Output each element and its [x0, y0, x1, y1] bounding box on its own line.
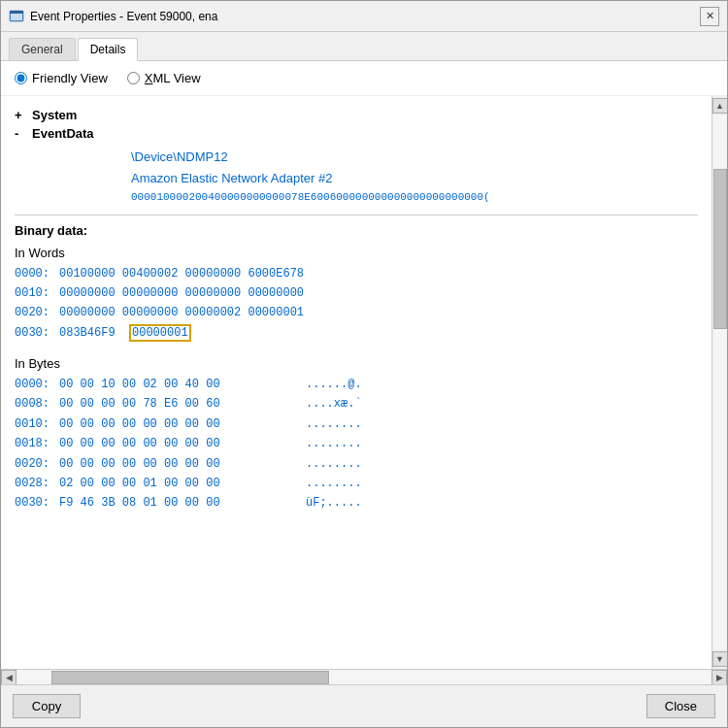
hex-bytes-line-3: 0018: 00 00 00 00 00 00 00 00 ........	[15, 434, 698, 453]
tab-details[interactable]: Details	[78, 38, 139, 61]
svg-rect-2	[10, 11, 23, 14]
friendly-view-radio[interactable]: Friendly View	[15, 71, 108, 85]
hex-bytes-line-6: 0030: F9 46 3B 08 01 00 00 00 ùF;.....	[15, 493, 698, 513]
copy-button[interactable]: Copy	[13, 694, 81, 718]
window-title: Event Properties - Event 59000, ena	[30, 10, 217, 23]
eventdata-tree-item[interactable]: - EventData	[15, 124, 698, 143]
hex-bytes-line-0: 0000: 00 00 10 00 02 00 40 00 ......@.	[15, 375, 698, 394]
close-window-button[interactable]: ✕	[700, 7, 719, 26]
in-words-label: In Words	[15, 246, 698, 260]
eventdata-label: EventData	[32, 126, 94, 141]
event-properties-window: Event Properties - Event 59000, ena ✕ Ge…	[0, 0, 728, 728]
hex-words-line-0: 0000: 00100000 00400002 00000000 6000E67…	[15, 264, 698, 283]
scroll-down-button[interactable]: ▼	[712, 651, 728, 667]
title-bar: Event Properties - Event 59000, ena ✕	[1, 1, 727, 32]
hex-words-line-3: 0030: 083B46F9 00000001	[15, 323, 698, 343]
scroll-left-button[interactable]: ◀	[1, 670, 17, 685]
system-label: System	[32, 108, 77, 122]
eventdata-values: \Device\NDMP12 Amazon Elastic Network Ad…	[131, 147, 698, 207]
scroll-up-button[interactable]: ▲	[712, 98, 728, 114]
content-area: + System - EventData \Device\NDMP12 Amaz…	[1, 96, 727, 669]
vertical-scrollbar[interactable]: ▲ ▼	[711, 96, 727, 669]
main-scroll-pane[interactable]: + System - EventData \Device\NDMP12 Amaz…	[1, 96, 711, 669]
view-radio-bar: Friendly View XML View	[1, 61, 727, 96]
scroll-track-vertical[interactable]	[713, 116, 727, 649]
scroll-right-button[interactable]: ▶	[711, 670, 727, 685]
svg-rect-1	[11, 14, 22, 20]
scroll-thumb-horizontal[interactable]	[51, 671, 329, 684]
binary-data-label: Binary data:	[15, 223, 698, 238]
data-row-hex: 000010000200400000000000078E600600000000…	[131, 188, 698, 207]
data-row-device: \Device\NDMP12	[131, 147, 698, 168]
eventdata-toggle[interactable]: -	[15, 126, 26, 141]
hex-highlighted-value: 00000001	[129, 324, 191, 342]
horizontal-scrollbar[interactable]: ◀ ▶	[1, 669, 727, 684]
in-bytes-label: In Bytes	[15, 356, 698, 371]
window-icon	[9, 9, 24, 24]
hex-bytes-line-2: 0010: 00 00 00 00 00 00 00 00 ........	[15, 414, 698, 434]
footer: Copy Close	[1, 684, 727, 727]
hex-bytes-line-4: 0020: 00 00 00 00 00 00 00 00 ........	[15, 454, 698, 474]
hex-words-line-2: 0020: 00000000 00000000 00000002 0000000…	[15, 303, 698, 322]
title-bar-left: Event Properties - Event 59000, ena	[9, 9, 217, 24]
scroll-track-horizontal[interactable]	[17, 671, 711, 684]
close-button[interactable]: Close	[646, 694, 715, 718]
tab-bar: General Details	[1, 32, 727, 61]
scroll-thumb-vertical[interactable]	[713, 169, 727, 329]
hex-bytes-line-5: 0028: 02 00 00 00 01 00 00 00 ........	[15, 474, 698, 493]
hex-bytes-line-1: 0008: 00 00 00 00 78 E6 00 60 ....xæ.`	[15, 394, 698, 414]
section-divider	[15, 215, 698, 215]
hex-words-block: 0000: 00100000 00400002 00000000 6000E67…	[15, 264, 698, 344]
xml-view-radio[interactable]: XML View	[127, 71, 201, 85]
system-toggle[interactable]: +	[15, 108, 26, 122]
system-tree-item[interactable]: + System	[15, 106, 698, 124]
hex-bytes-block: 0000: 00 00 10 00 02 00 40 00 ......@. 0…	[15, 375, 698, 513]
hex-words-line-1: 0010: 00000000 00000000 00000000 0000000…	[15, 283, 698, 303]
tab-general[interactable]: General	[9, 38, 76, 60]
data-row-adapter: Amazon Elastic Network Adapter #2	[131, 168, 698, 189]
